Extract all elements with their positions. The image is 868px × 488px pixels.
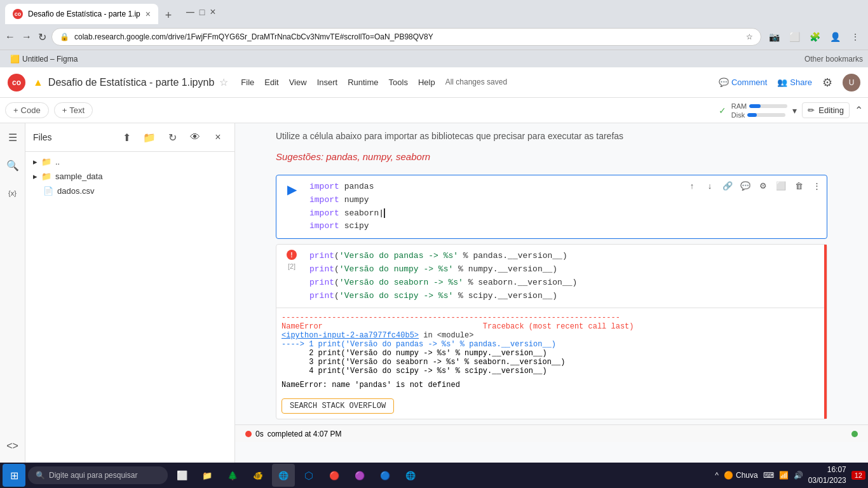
add-code-button[interactable]: + Code bbox=[5, 102, 49, 118]
parent-folder-item[interactable]: ▸ 📁 .. bbox=[25, 154, 234, 169]
taskbar-taskview[interactable]: ⬜ bbox=[170, 464, 193, 487]
active-tab[interactable]: co Desafio de Estatística - parte 1.ip × bbox=[5, 4, 158, 24]
status-green-dot bbox=[851, 431, 858, 437]
minimize-button[interactable]: ─ bbox=[186, 6, 194, 19]
comment-cell-icon[interactable]: 💬 bbox=[738, 178, 753, 193]
mount-drive-icon[interactable]: 👁 bbox=[186, 128, 204, 146]
menu-insert[interactable]: Insert bbox=[317, 78, 338, 87]
refresh-files-icon[interactable]: ↻ bbox=[163, 128, 181, 146]
error-code-line-2: print('Versão do numpy -> %s' % numpy.__… bbox=[309, 263, 824, 276]
back-button[interactable]: ← bbox=[5, 31, 15, 43]
move-up-icon[interactable]: ↑ bbox=[684, 178, 700, 193]
volume-icon[interactable]: 🔊 bbox=[794, 471, 803, 480]
error-line-indicator bbox=[824, 245, 827, 419]
colab-title: ▲ Desafio de Estatística - parte 1.ipynb… bbox=[33, 76, 228, 88]
sidebar-header-icons: ⬆ 📁 ↻ 👁 × bbox=[118, 128, 227, 146]
collapse-button[interactable]: ⌃ bbox=[855, 104, 863, 116]
tray-arrow[interactable]: ^ bbox=[715, 471, 719, 480]
bookmark-star-icon[interactable]: ☆ bbox=[746, 32, 753, 41]
profile-icon[interactable]: 👤 bbox=[827, 29, 843, 44]
sidebar-header: Files ⬆ 📁 ↻ 👁 × bbox=[25, 123, 234, 152]
sidebar-files: Files ⬆ 📁 ↻ 👁 × ▸ 📁 .. ▸ 📁 sample_data 📄 bbox=[25, 123, 235, 488]
add-text-button[interactable]: + Text bbox=[54, 102, 93, 118]
close-button[interactable]: × bbox=[210, 6, 215, 18]
hamburger-icon[interactable]: ☰ bbox=[4, 128, 22, 146]
menu-edit[interactable]: Edit bbox=[264, 78, 278, 87]
extensions-icon[interactable]: 🧩 bbox=[807, 29, 822, 44]
editing-button[interactable]: ✏ Editing bbox=[802, 102, 850, 118]
more-icon[interactable]: ⋮ bbox=[848, 29, 863, 44]
search-placeholder: Digite aqui para pesquisar bbox=[49, 471, 137, 480]
toolbar-row: + Code + Text ✓ RAM Disk ▾ ✏ bbox=[0, 98, 868, 123]
browser-chrome: co Desafio de Estatística - parte 1.ip ×… bbox=[0, 0, 868, 24]
address-bar[interactable]: 🔒 colab.research.google.com/drive/1FwjFF… bbox=[51, 28, 761, 46]
weather-icon[interactable]: 🟠 bbox=[724, 471, 733, 480]
sample-folder-arrow-icon: ▸ bbox=[33, 172, 37, 181]
run-cell-1-button[interactable]: ▶ bbox=[283, 180, 301, 198]
new-folder-icon[interactable]: 📁 bbox=[140, 128, 158, 146]
notification-badge[interactable]: 12 bbox=[851, 471, 865, 480]
taskbar-app-3[interactable]: 🔴 bbox=[323, 464, 346, 487]
cast-icon[interactable]: ⬜ bbox=[787, 29, 802, 44]
windows-search[interactable]: 🔍 Digite aqui para pesquisar bbox=[28, 466, 168, 484]
cell-number-2: [2] bbox=[288, 262, 295, 270]
share-button[interactable]: 👥 Share bbox=[777, 78, 812, 87]
other-bookmarks[interactable]: Other bookmarks bbox=[804, 55, 863, 64]
settings-cell-icon[interactable]: ⚙ bbox=[756, 178, 771, 193]
bookmark-figma[interactable]: 🟨 Untitled – Figma bbox=[5, 53, 83, 65]
status-error-container: 0s completed at 4:07 PM bbox=[245, 430, 341, 438]
taskbar-app-4[interactable]: 🟣 bbox=[348, 464, 371, 487]
taskbar-app-5[interactable]: 🔵 bbox=[374, 464, 397, 487]
close-sidebar-icon[interactable]: × bbox=[209, 128, 227, 146]
windows-start-button[interactable]: ⊞ bbox=[3, 464, 25, 487]
upload-file-icon[interactable]: ⬆ bbox=[118, 128, 135, 146]
wifi-icon[interactable]: 📶 bbox=[779, 471, 789, 480]
more-cell-icon[interactable]: ⋮ bbox=[809, 178, 824, 193]
taskbar-chrome[interactable]: 🌐 bbox=[272, 464, 295, 487]
delete-cell-icon[interactable]: 🗑 bbox=[791, 178, 806, 193]
move-down-icon[interactable]: ↓ bbox=[702, 178, 717, 193]
sample-data-folder-item[interactable]: ▸ 📁 sample_data bbox=[25, 169, 234, 184]
dados-csv-item[interactable]: 📄 dados.csv bbox=[25, 184, 234, 198]
menu-view[interactable]: View bbox=[289, 78, 307, 87]
user-avatar[interactable]: U bbox=[843, 74, 860, 92]
error-link[interactable]: <ipython-input-2-aa7977fc40b5> bbox=[281, 331, 419, 340]
link-icon[interactable]: 🔗 bbox=[720, 178, 735, 193]
keyboard-icon[interactable]: ⌨ bbox=[763, 471, 774, 480]
colab-menu: File Edit View Insert Runtime Tools Help… bbox=[241, 78, 507, 87]
forward-button[interactable]: → bbox=[22, 31, 32, 43]
new-tab-button[interactable]: + bbox=[159, 6, 177, 24]
error-code-line-4: print('Versão do scipy -> %s' % scipy.__… bbox=[309, 290, 824, 303]
menu-tools[interactable]: Tools bbox=[389, 78, 408, 87]
variables-icon[interactable]: {x} bbox=[4, 184, 22, 202]
dropdown-arrow[interactable]: ▾ bbox=[792, 105, 797, 116]
drive-icon: ▲ bbox=[33, 77, 43, 88]
taskbar-app-6[interactable]: 🌐 bbox=[399, 464, 422, 487]
copy-cell-icon[interactable]: ⬜ bbox=[773, 178, 789, 193]
taskbar-app-2[interactable]: 🐠 bbox=[247, 464, 269, 487]
windows-clock[interactable]: 16:07 03/01/2023 bbox=[808, 464, 846, 486]
menu-runtime[interactable]: Runtime bbox=[348, 78, 378, 87]
sidebar-content: ▸ 📁 .. ▸ 📁 sample_data 📄 dados.csv bbox=[25, 152, 234, 468]
nav-controls: ← → ↻ bbox=[5, 31, 46, 43]
weather-label: Chuva bbox=[736, 471, 758, 480]
address-bar-row: ← → ↻ 🔒 colab.research.google.com/drive/… bbox=[0, 24, 868, 50]
taskbar-app-1[interactable]: 🌲 bbox=[221, 464, 244, 487]
refresh-button[interactable]: ↻ bbox=[38, 31, 46, 43]
screenshot-icon[interactable]: 📷 bbox=[766, 29, 782, 44]
snippets-icon[interactable]: <> bbox=[4, 437, 22, 455]
error-code-content[interactable]: print('Versão do pandas -> %s' % pandas.… bbox=[307, 245, 827, 308]
maximize-button[interactable]: □ bbox=[200, 7, 205, 17]
error-message: NameError: name 'pandas' is not defined bbox=[281, 381, 822, 390]
tab-close-button[interactable]: × bbox=[146, 9, 151, 19]
taskbar-explorer[interactable]: 📁 bbox=[196, 464, 219, 487]
menu-help[interactable]: Help bbox=[418, 78, 435, 87]
error-cell-inner: ! [2] print('Versão do pandas -> %s' % p… bbox=[276, 245, 827, 308]
star-icon[interactable]: ☆ bbox=[219, 76, 228, 88]
search-sidebar-icon[interactable]: 🔍 bbox=[4, 156, 22, 174]
settings-button[interactable]: ⚙ bbox=[822, 76, 832, 90]
menu-file[interactable]: File bbox=[241, 78, 254, 87]
search-stack-overflow-button[interactable]: SEARCH STACK OVERFLOW bbox=[281, 398, 394, 414]
taskbar-vscode[interactable]: ⬡ bbox=[297, 464, 320, 487]
comment-button[interactable]: 💬 Comment bbox=[719, 78, 767, 87]
